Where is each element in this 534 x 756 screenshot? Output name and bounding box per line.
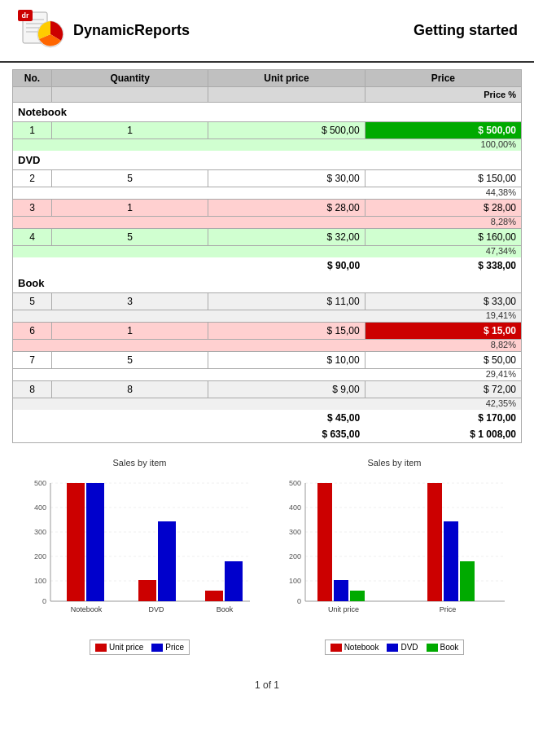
legend-label-unit-price: Unit price — [109, 643, 143, 652]
group-header-row: Notebook — [13, 103, 522, 122]
svg-rect-26 — [225, 561, 243, 601]
pct-row: 47,34% — [13, 246, 522, 258]
svg-text:400: 400 — [33, 503, 46, 512]
svg-rect-45 — [350, 591, 365, 601]
legend-color-unit-price — [95, 644, 107, 652]
svg-rect-22 — [86, 483, 104, 601]
svg-text:200: 200 — [288, 552, 300, 560]
table-row: 8 8 $ 9,00 $ 72,00 — [13, 381, 522, 398]
pct-cell: 29,41% — [365, 369, 521, 381]
row-unit: $ 15,00 — [208, 323, 365, 340]
table-row: 6 1 $ 15,00 $ 15,00 — [13, 323, 522, 340]
legend-label-dvd: DVD — [400, 643, 418, 652]
pct-row: 100,00% — [13, 139, 522, 152]
legend-color-notebook — [330, 644, 342, 652]
group-header-row: Book — [13, 274, 522, 293]
row-qty: 5 — [52, 352, 208, 369]
table-row: 5 3 $ 11,00 $ 33,00 — [13, 293, 522, 310]
col-no-header: No. — [13, 70, 52, 87]
legend-label-book: Book — [440, 643, 459, 652]
group-header-row: DVD — [13, 151, 522, 170]
row-unit: $ 30,00 — [208, 170, 365, 187]
row-qty: 1 — [52, 323, 208, 340]
pct-row: 44,38% — [13, 187, 522, 200]
subtotal-price: $ 170,00 — [365, 410, 521, 426]
pct-row: 19,41% — [13, 310, 522, 323]
footer: 1 of 1 — [0, 663, 534, 707]
svg-text:300: 300 — [33, 528, 46, 536]
legend-item-price: Price — [151, 643, 184, 652]
pct-cell: 47,34% — [365, 246, 521, 258]
pct-row: 8,28% — [13, 217, 522, 229]
row-no: 7 — [13, 352, 52, 369]
pct-row: 8,82% — [13, 340, 522, 352]
chart1-svg: 500 400 300 200 100 0 — [22, 471, 258, 634]
row-no: 4 — [13, 229, 52, 246]
row-unit: $ 32,00 — [208, 229, 365, 246]
table-header-row: No. Quantity Unit price Price — [13, 70, 522, 87]
page-info: 1 of 1 — [255, 679, 279, 691]
row-no: 6 — [13, 323, 52, 340]
svg-rect-21 — [67, 483, 85, 601]
row-qty: 5 — [52, 229, 208, 246]
svg-text:500: 500 — [33, 479, 46, 487]
table-subheader-row: Price % — [13, 87, 522, 103]
app-title: DynamicReports — [73, 22, 190, 39]
subtotal-row: $ 90,00 $ 338,00 — [13, 257, 522, 274]
pct-row: 42,35% — [13, 398, 522, 411]
svg-rect-46 — [427, 483, 442, 601]
svg-text:Unit price: Unit price — [327, 605, 358, 613]
table-row: 3 1 $ 28,00 $ 28,00 — [13, 200, 522, 217]
price-cell: $ 33,00 — [365, 293, 521, 310]
svg-text:Notebook: Notebook — [70, 605, 102, 613]
table-row: 4 5 $ 32,00 $ 160,00 — [13, 229, 522, 246]
legend-item-unit-price: Unit price — [95, 643, 143, 652]
col-qty-header: Quantity — [52, 70, 208, 87]
table-row: 1 1 $ 500,00 $ 500,00 — [13, 122, 522, 139]
subtotal-price: $ 338,00 — [365, 257, 521, 274]
row-no: 5 — [13, 293, 52, 310]
table-row: 7 5 $ 10,00 $ 50,00 — [13, 352, 522, 369]
grand-total-unit: $ 635,00 — [208, 426, 365, 443]
group-name: DVD — [13, 151, 522, 170]
legend-color-price — [151, 644, 163, 652]
svg-text:100: 100 — [33, 577, 46, 585]
svg-text:500: 500 — [288, 479, 300, 487]
svg-text:0: 0 — [42, 597, 46, 605]
row-no: 1 — [13, 122, 52, 139]
price-cell: $ 50,00 — [365, 352, 521, 369]
row-qty: 3 — [52, 293, 208, 310]
row-unit: $ 11,00 — [208, 293, 365, 310]
col-price-header: Price — [365, 70, 521, 87]
row-qty: 5 — [52, 170, 208, 187]
svg-text:200: 200 — [33, 552, 46, 560]
pct-cell: 8,82% — [365, 340, 521, 352]
subtotal-unit: $ 90,00 — [208, 257, 365, 274]
price-cell: $ 500,00 — [365, 122, 521, 139]
report-title: Getting started — [414, 22, 518, 39]
svg-text:Book: Book — [216, 605, 233, 613]
price-cell: $ 72,00 — [365, 381, 521, 398]
svg-rect-47 — [444, 521, 458, 601]
grand-total-row: $ 635,00 $ 1 008,00 — [13, 426, 522, 443]
svg-rect-44 — [334, 580, 348, 601]
pct-cell: 8,28% — [365, 217, 521, 229]
pct-cell: 44,38% — [365, 187, 521, 200]
row-no: 3 — [13, 200, 52, 217]
row-unit: $ 10,00 — [208, 352, 365, 369]
legend-item-notebook: Notebook — [330, 643, 379, 652]
row-unit: $ 28,00 — [208, 200, 365, 217]
svg-rect-24 — [158, 521, 176, 601]
pct-row: 29,41% — [13, 369, 522, 381]
row-no: 2 — [13, 170, 52, 187]
col-unit-header: Unit price — [208, 70, 365, 87]
group-name: Book — [13, 274, 522, 293]
svg-rect-23 — [138, 580, 156, 601]
page: dr DynamicReports Getting started No. Qu… — [0, 0, 534, 756]
logo-icon: dr — [16, 8, 65, 53]
price-cell: $ 28,00 — [365, 200, 521, 217]
row-qty: 1 — [52, 200, 208, 217]
row-no: 8 — [13, 381, 52, 398]
legend-label-notebook: Notebook — [344, 643, 379, 652]
chart1-container: Sales by item 500 400 300 200 100 0 — [22, 458, 258, 655]
